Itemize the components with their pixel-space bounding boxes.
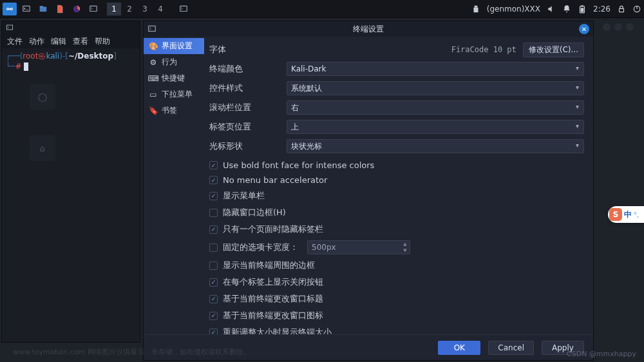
menu-file[interactable]: 文件: [7, 36, 23, 47]
cancel-button[interactable]: Cancel: [488, 341, 534, 355]
workspace-1[interactable]: 1: [107, 3, 121, 15]
color-select[interactable]: Kali-Dark: [287, 62, 584, 76]
keyboard-icon: ⌨: [149, 74, 158, 83]
cursor: [24, 62, 28, 71]
terminal-launcher-icon[interactable]: [19, 3, 33, 15]
check-row-5: 固定的选项卡宽度：▲▼: [209, 238, 584, 257]
checkbox[interactable]: [209, 176, 218, 184]
workspace-2[interactable]: 2: [122, 3, 137, 15]
check-label: 基于当前终端更改窗口标题: [223, 293, 323, 305]
files-launcher-icon[interactable]: [36, 3, 50, 15]
svg-rect-13: [7, 25, 13, 30]
firefox-launcher-icon[interactable]: [70, 3, 84, 15]
check-label: 重新调整大小时显示终端大小: [223, 327, 332, 334]
check-label: 隐藏窗口边框(H): [223, 207, 286, 218]
svg-rect-11: [620, 8, 624, 12]
menu-view[interactable]: 查看: [73, 36, 88, 47]
check-label: 固定的选项卡宽度：: [223, 242, 298, 253]
terminal-titlebar[interactable]: [2, 21, 140, 34]
menu-help[interactable]: 帮助: [95, 36, 110, 47]
check-row-0: Use bold font face for intense colors: [209, 158, 584, 173]
menu-edit[interactable]: 编辑: [51, 36, 66, 47]
terminal2-launcher-icon[interactable]: [86, 3, 100, 15]
ime-mode: 中: [624, 209, 632, 220]
editor-launcher-icon[interactable]: [53, 3, 67, 15]
svg-rect-7: [473, 7, 478, 12]
checkbox[interactable]: [209, 225, 218, 234]
palette-icon: 🎨: [149, 42, 158, 51]
ime-indicator[interactable]: S 中 °,: [608, 206, 644, 223]
checkbox[interactable]: [209, 243, 218, 252]
svg-rect-6: [474, 5, 477, 7]
checkbox[interactable]: [209, 278, 218, 287]
svg-rect-5: [180, 6, 187, 11]
scroll-select[interactable]: 右: [287, 100, 584, 115]
check-row-7: 在每个标签上显示关闭按钮: [209, 274, 584, 291]
tab-select[interactable]: 上: [287, 120, 584, 134]
panel-right: (genmon)XXX 2:26: [471, 5, 641, 14]
sidebar-item-shortcuts[interactable]: ⌨快捷键: [144, 70, 204, 86]
sidebar-item-appearance[interactable]: 🎨界面设置: [144, 38, 204, 54]
task-terminal-icon[interactable]: [176, 3, 191, 15]
check-row-1: No menu bar accelerator: [209, 173, 584, 187]
font-change-button[interactable]: 修改设置(C)...: [523, 43, 584, 57]
workspace-switcher: 1 2 3 4: [107, 3, 167, 15]
widget-select[interactable]: 系统默认: [287, 81, 584, 95]
sidebar-item-dropdown[interactable]: ▭下拉菜单: [144, 86, 204, 102]
panel-left: 1 2 3 4: [3, 3, 191, 15]
usb-icon[interactable]: [471, 5, 480, 14]
checkbox[interactable]: [209, 312, 218, 320]
checkbox[interactable]: [209, 209, 218, 217]
terminal-icon: [6, 24, 14, 32]
notification-icon[interactable]: [562, 5, 571, 14]
dropdown-icon: ▭: [149, 90, 158, 99]
genmon-text[interactable]: (genmon)XXX: [487, 5, 540, 14]
settings-dialog: 终端设置 ✕ 🎨界面设置 ⚙行为 ⌨快捷键 ▭下拉菜单 🔖书签 字体 FiraC…: [143, 21, 594, 361]
sidebar-label: 下拉菜单: [162, 89, 193, 100]
battery-icon[interactable]: [578, 5, 587, 14]
sidebar-item-bookmarks[interactable]: 🔖书签: [144, 102, 204, 119]
tab-width-spinner[interactable]: [307, 240, 410, 254]
desktop-icon-2[interactable]: ⌂: [23, 135, 62, 164]
sidebar-label: 快捷键: [162, 73, 185, 84]
checkbox[interactable]: [209, 161, 218, 169]
terminal-icon: [147, 24, 156, 33]
terminal-body[interactable]: ┌──(root㉿kali)-[~/Desktop] └─#: [2, 48, 140, 74]
font-value: FiraCode 10 pt: [287, 45, 523, 54]
workspace-3[interactable]: 3: [138, 3, 152, 15]
ime-comma-icon: °,: [634, 211, 639, 218]
sidebar-item-behavior[interactable]: ⚙行为: [144, 54, 204, 70]
ok-button[interactable]: OK: [438, 341, 480, 355]
check-label: Use bold font face for intense colors: [223, 160, 374, 170]
lock-icon[interactable]: [617, 5, 626, 14]
close-button[interactable]: ✕: [579, 24, 589, 34]
workspace-4[interactable]: 4: [153, 3, 167, 15]
tab-label: 标签页位置: [209, 121, 287, 133]
dialog-title: 终端设置: [353, 24, 384, 35]
menu-actions[interactable]: 动作: [29, 36, 44, 47]
behavior-icon: ⚙: [149, 58, 158, 67]
clock-text[interactable]: 2:26: [593, 5, 611, 14]
audio-icon[interactable]: [547, 5, 556, 14]
app-menu-icon[interactable]: [3, 3, 17, 15]
svg-rect-9: [581, 5, 583, 6]
sidebar-label: 书签: [162, 105, 177, 116]
power-icon[interactable]: [632, 5, 641, 14]
checkbox[interactable]: [209, 295, 218, 303]
font-label: 字体: [209, 44, 287, 55]
top-panel: 1 2 3 4 (genmon)XXX 2:26: [0, 0, 644, 18]
cursor-select[interactable]: 块状光标: [287, 139, 584, 153]
checkbox[interactable]: [209, 192, 218, 200]
check-row-2: 显示菜单栏: [209, 187, 584, 204]
terminal-window: 文件 动作 编辑 查看 帮助 ┌──(root㉿kali)-[~/Desktop…: [1, 21, 140, 343]
watermark: CSDN @mmxhappy: [567, 350, 636, 358]
bg-window-controls: [603, 23, 634, 31]
checkbox[interactable]: [209, 329, 218, 335]
dialog-titlebar[interactable]: 终端设置 ✕: [144, 21, 593, 37]
svg-rect-10: [581, 8, 584, 12]
checkbox[interactable]: [209, 262, 218, 270]
check-row-6: 显示当前终端周围的边框: [209, 257, 584, 274]
bookmark-icon: 🔖: [149, 106, 158, 115]
ime-badge-icon: S: [609, 208, 622, 221]
desktop-icon-1[interactable]: ◯: [23, 84, 62, 112]
